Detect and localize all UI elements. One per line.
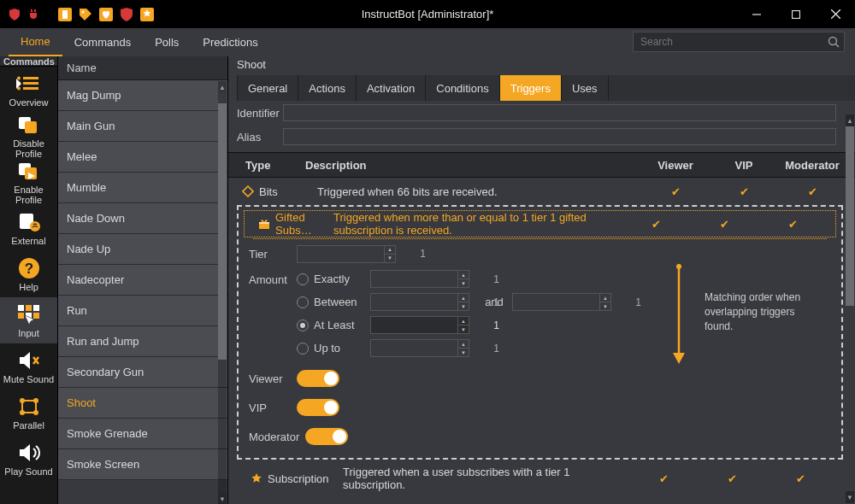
name-column-header: Name <box>58 56 227 80</box>
minimize-button[interactable] <box>737 0 776 28</box>
row-desc: Triggered when a user subscribes with a … <box>343 466 629 491</box>
tab-polls[interactable]: Polls <box>143 28 191 56</box>
trigger-row-subscription[interactable]: Subscription Triggered when a user subsc… <box>237 465 843 492</box>
scroll-down-icon[interactable]: ▼ <box>846 491 854 503</box>
name-item[interactable]: Smoke Grenade <box>58 419 227 449</box>
search-input[interactable] <box>634 36 823 48</box>
between-a-stepper[interactable]: ▲▼ <box>370 293 469 311</box>
sub-tab-actions[interactable]: Actions <box>298 75 357 101</box>
radio-label: Exactly <box>314 273 365 285</box>
amount-upto-option[interactable]: Up to ▲▼ <box>297 339 618 357</box>
scroll-thumb[interactable] <box>846 126 854 306</box>
name-item[interactable]: Mumble <box>58 173 227 203</box>
tab-commands[interactable]: Commands <box>62 28 143 56</box>
exactly-stepper[interactable]: ▲▼ <box>370 270 469 288</box>
sidebar-item-play-sound[interactable]: Play Sound <box>0 436 57 482</box>
name-item[interactable]: Run and Jump <box>58 326 227 357</box>
svg-rect-30 <box>33 313 39 319</box>
sidebar-item-disable-profile[interactable]: Disable Profile <box>0 113 57 159</box>
tab-predictions[interactable]: Predictions <box>191 28 269 56</box>
name-scrollbar[interactable]: ▲ ▼ <box>218 81 227 504</box>
tier-stepper[interactable]: ▲▼ <box>297 245 396 263</box>
alias-input[interactable] <box>283 128 836 145</box>
radio-icon[interactable] <box>297 273 309 285</box>
sub-tab-activation[interactable]: Activation <box>357 75 426 101</box>
titlebar-service-icons <box>56 6 156 23</box>
sidebar-label: Mute Sound <box>3 374 54 384</box>
name-item[interactable]: Nade Up <box>58 234 227 265</box>
sidebar-item-overview[interactable]: Overview <box>0 67 57 113</box>
name-item[interactable]: Smoke Screen <box>58 449 227 480</box>
vip-toggle[interactable] <box>297 399 339 416</box>
svg-rect-26 <box>26 305 32 311</box>
svg-rect-40 <box>259 222 269 224</box>
moderator-toggle[interactable] <box>305 428 348 445</box>
check-icon: ✔ <box>671 185 681 198</box>
matching-order-note: Matching order when overlapping triggers… <box>705 290 816 333</box>
sub-tab-uses[interactable]: Uses <box>562 75 609 101</box>
sub-tabs: General Actions Activation Conditions Tr… <box>237 75 855 101</box>
identifier-input[interactable] <box>283 104 836 121</box>
radio-label: At Least <box>314 319 365 331</box>
window-controls <box>737 0 855 28</box>
viewer-toggle[interactable] <box>297 370 339 387</box>
sub-tab-triggers[interactable]: Triggers <box>500 75 562 101</box>
atleast-stepper[interactable]: ▲▼ <box>370 316 469 334</box>
main-scrollbar[interactable]: ▲ ▼ <box>846 114 854 503</box>
sub-tab-conditions[interactable]: Conditions <box>426 75 499 101</box>
trigger-row-gifted[interactable]: Gifted Subs… Triggered when more than or… <box>244 210 836 237</box>
sidebar-item-parallel[interactable]: Parallel <box>0 390 57 436</box>
sidebar-label: Disable Profile <box>0 138 57 159</box>
sidebar-item-enable-profile[interactable]: Enable Profile <box>0 159 57 205</box>
main-panel: Shoot General Actions Activation Conditi… <box>228 56 855 504</box>
svg-rect-13 <box>23 87 38 90</box>
scroll-up-icon[interactable]: ▲ <box>218 81 227 93</box>
radio-icon[interactable] <box>297 343 309 355</box>
amount-between-option[interactable]: Between ▲▼ and ▲▼ <box>297 293 618 311</box>
sub-tab-general[interactable]: General <box>237 75 298 101</box>
close-button[interactable] <box>816 0 855 28</box>
name-item[interactable]: Secondary Gun <box>58 357 227 388</box>
sidebar-item-mute-sound[interactable]: Mute Sound <box>0 343 57 390</box>
search-box[interactable] <box>633 32 845 52</box>
check-icon: ✔ <box>720 218 729 231</box>
scroll-up-icon[interactable]: ▲ <box>846 114 854 126</box>
scroll-thumb[interactable] <box>218 103 227 360</box>
row-desc: Triggered when 66 bits are received. <box>317 185 641 198</box>
between-b-stepper[interactable]: ▲▼ <box>512 293 611 311</box>
trigger-row-bits[interactable]: Bits Triggered when 66 bits are received… <box>228 178 855 205</box>
svg-text:?: ? <box>24 261 32 277</box>
svg-rect-28 <box>18 313 24 319</box>
search-icon[interactable] <box>823 36 844 48</box>
name-item[interactable]: Run <box>58 296 227 326</box>
identifier-label: Identifier <box>237 107 283 120</box>
upto-stepper[interactable]: ▲▼ <box>370 339 469 357</box>
radio-icon[interactable] <box>297 296 309 308</box>
titlebar-app-icons <box>7 7 41 22</box>
col-description: Description <box>305 159 641 172</box>
stepper-buttons[interactable]: ▲▼ <box>384 246 395 262</box>
name-list: Mag Dump Main Gun Melee Mumble Nade Down… <box>58 80 227 504</box>
name-item[interactable]: Main Gun <box>58 111 227 142</box>
sidebar-label: Help <box>19 282 38 292</box>
name-item[interactable]: Nade Down <box>58 203 227 234</box>
radio-icon[interactable] <box>297 319 309 331</box>
sidebar-label: Parallel <box>13 420 44 431</box>
name-item[interactable]: Shoot <box>58 388 227 419</box>
svg-point-9 <box>829 38 837 45</box>
name-item[interactable]: Mag Dump <box>58 80 227 111</box>
maximize-button[interactable] <box>776 0 816 28</box>
main-tabs: Home Commands Polls Predictions <box>0 28 855 56</box>
mute-sound-icon <box>16 349 42 372</box>
scroll-down-icon[interactable]: ▼ <box>218 493 227 504</box>
sidebar-item-external[interactable]: External <box>0 205 57 251</box>
tab-home[interactable]: Home <box>9 28 62 56</box>
name-item[interactable]: Nadecopter <box>58 265 227 296</box>
amount-exactly-option[interactable]: Exactly ▲▼ <box>297 270 618 288</box>
sidebar-item-input[interactable]: Input <box>0 297 57 343</box>
viewer-toggle-label: Viewer <box>249 372 297 385</box>
name-column: Name Mag Dump Main Gun Melee Mumble Nade… <box>57 56 228 504</box>
sidebar-item-help[interactable]: ? Help <box>0 251 57 297</box>
name-item[interactable]: Melee <box>58 142 227 173</box>
amount-atleast-option[interactable]: At Least ▲▼ <box>297 316 618 334</box>
